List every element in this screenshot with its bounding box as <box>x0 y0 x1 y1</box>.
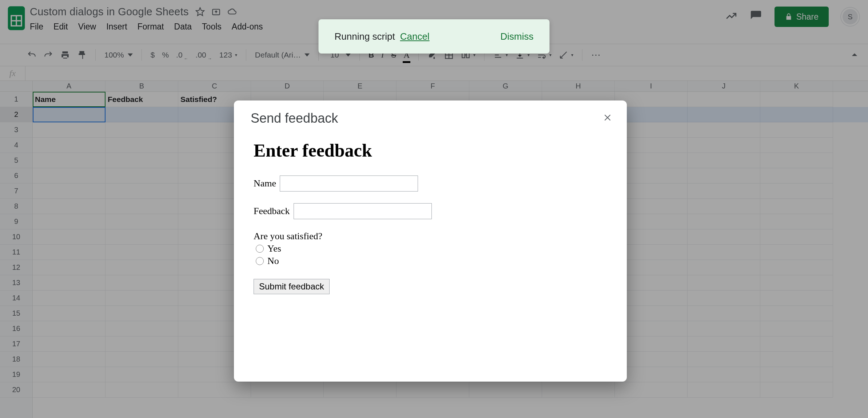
radio-no-label: No <box>267 256 279 267</box>
name-input[interactable] <box>280 176 418 192</box>
satisfied-question: Are you satisfied? <box>254 231 606 242</box>
name-label: Name <box>254 178 276 189</box>
radio-yes[interactable] <box>256 245 264 253</box>
dialog-title: Send feedback <box>251 111 338 126</box>
radio-yes-label: Yes <box>267 243 281 254</box>
close-icon[interactable] <box>603 113 612 124</box>
toast-text: Running script <box>335 31 395 42</box>
toast-dismiss-button[interactable]: Dismiss <box>501 31 534 42</box>
feedback-input[interactable] <box>294 203 432 219</box>
toast-cancel-link[interactable]: Cancel <box>400 31 430 42</box>
submit-button[interactable]: Submit feedback <box>254 279 330 294</box>
running-script-toast: Running script Cancel Dismiss <box>319 19 550 54</box>
dialog-heading: Enter feedback <box>254 140 606 161</box>
feedback-label: Feedback <box>254 206 290 217</box>
radio-no[interactable] <box>256 257 264 265</box>
feedback-dialog: Send feedback Enter feedback Name Feedba… <box>234 100 627 382</box>
